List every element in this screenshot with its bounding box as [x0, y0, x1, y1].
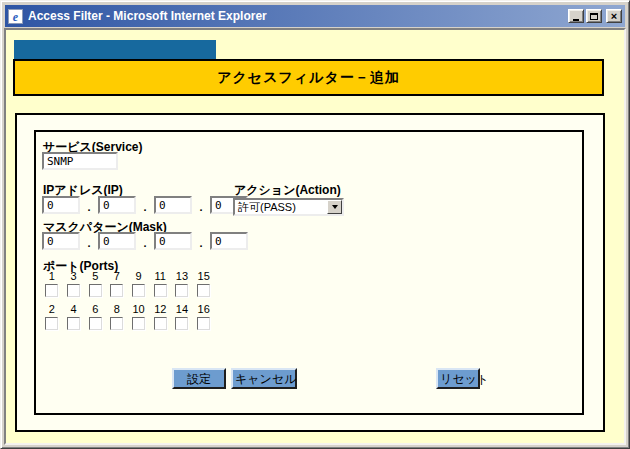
close-button[interactable]: ×: [606, 9, 622, 23]
port-checkbox-15[interactable]: [197, 284, 210, 297]
port-number: 14: [171, 303, 193, 315]
page-title-banner: アクセスフィルター－追加: [13, 59, 604, 96]
ip-separator: .: [80, 200, 98, 214]
maximize-button[interactable]: [586, 9, 602, 23]
ip-separator: .: [192, 200, 210, 214]
select-dropdown-button[interactable]: [327, 200, 342, 214]
port-checkbox-2[interactable]: [45, 317, 58, 330]
port-number: 8: [106, 303, 128, 315]
ip-octet-3[interactable]: [154, 196, 192, 214]
reset-button[interactable]: リセット: [436, 368, 480, 389]
titlebar[interactable]: e Access Filter - Microsoft Internet Exp…: [5, 5, 625, 27]
mask-separator: .: [136, 236, 154, 250]
set-button[interactable]: 設定: [172, 368, 226, 389]
browser-window: e Access Filter - Microsoft Internet Exp…: [0, 0, 630, 449]
port-checkbox-10[interactable]: [132, 317, 145, 330]
port-number: 11: [149, 270, 171, 282]
port-number: 16: [193, 303, 215, 315]
mask-pattern-row: . . .: [42, 232, 248, 250]
ip-separator: .: [136, 200, 154, 214]
minimize-icon: [573, 19, 579, 21]
port-checkboxes-even: [41, 317, 215, 330]
mask-separator: .: [80, 236, 98, 250]
port-checkbox-13[interactable]: [175, 284, 188, 297]
page-title: アクセスフィルター－追加: [217, 69, 400, 87]
port-checkbox-1[interactable]: [45, 284, 58, 297]
port-number: 2: [41, 303, 63, 315]
port-checkboxes-odd: [41, 284, 215, 297]
port-numbers-even: 2 4 6 8 10 12 14 16: [41, 303, 215, 315]
port-checkbox-11[interactable]: [154, 284, 167, 297]
port-checkbox-16[interactable]: [197, 317, 210, 330]
port-checkbox-8[interactable]: [110, 317, 123, 330]
mask-octet-1[interactable]: [42, 232, 80, 250]
page-background: アクセスフィルター－追加 サービス(Service) IPアドレス(IP) . …: [4, 28, 626, 445]
port-number: 4: [63, 303, 85, 315]
service-input[interactable]: [42, 152, 118, 170]
port-number: 15: [193, 270, 215, 282]
port-checkbox-14[interactable]: [175, 317, 188, 330]
port-checkbox-7[interactable]: [110, 284, 123, 297]
port-checkbox-9[interactable]: [132, 284, 145, 297]
port-checkbox-5[interactable]: [89, 284, 102, 297]
port-number: 9: [128, 270, 150, 282]
action-select[interactable]: 許可(PASS): [233, 198, 344, 216]
chevron-down-icon: [332, 205, 338, 209]
ip-address-row: . . .: [42, 196, 248, 214]
port-number: 13: [171, 270, 193, 282]
port-checkbox-4[interactable]: [67, 317, 80, 330]
mask-octet-4[interactable]: [210, 232, 248, 250]
port-checkbox-3[interactable]: [67, 284, 80, 297]
port-number: 1: [41, 270, 63, 282]
port-number: 3: [63, 270, 85, 282]
port-checkbox-12[interactable]: [154, 317, 167, 330]
maximize-icon: [590, 13, 598, 20]
port-checkbox-6[interactable]: [89, 317, 102, 330]
port-number: 7: [106, 270, 128, 282]
ip-octet-1[interactable]: [42, 196, 80, 214]
form-inner-frame: サービス(Service) IPアドレス(IP) . . . アクション(Act…: [34, 130, 584, 415]
mask-separator: .: [192, 236, 210, 250]
internet-explorer-icon: e: [8, 9, 23, 24]
header-tab-bar: [14, 40, 216, 59]
form-outer-frame: サービス(Service) IPアドレス(IP) . . . アクション(Act…: [15, 113, 605, 432]
port-number: 12: [149, 303, 171, 315]
port-number: 6: [84, 303, 106, 315]
close-icon: ×: [611, 11, 617, 22]
cancel-button[interactable]: キャンセル: [231, 368, 297, 389]
mask-octet-3[interactable]: [154, 232, 192, 250]
port-number: 5: [84, 270, 106, 282]
minimize-button[interactable]: [568, 9, 584, 23]
action-label: アクション(Action): [234, 182, 341, 199]
action-selected-value: 許可(PASS): [235, 200, 327, 214]
window-title: Access Filter - Microsoft Internet Explo…: [28, 9, 568, 23]
ip-octet-2[interactable]: [98, 196, 136, 214]
port-number: 10: [128, 303, 150, 315]
port-numbers-odd: 1 3 5 7 9 11 13 15: [41, 270, 215, 282]
mask-octet-2[interactable]: [98, 232, 136, 250]
window-controls: ×: [568, 9, 622, 23]
